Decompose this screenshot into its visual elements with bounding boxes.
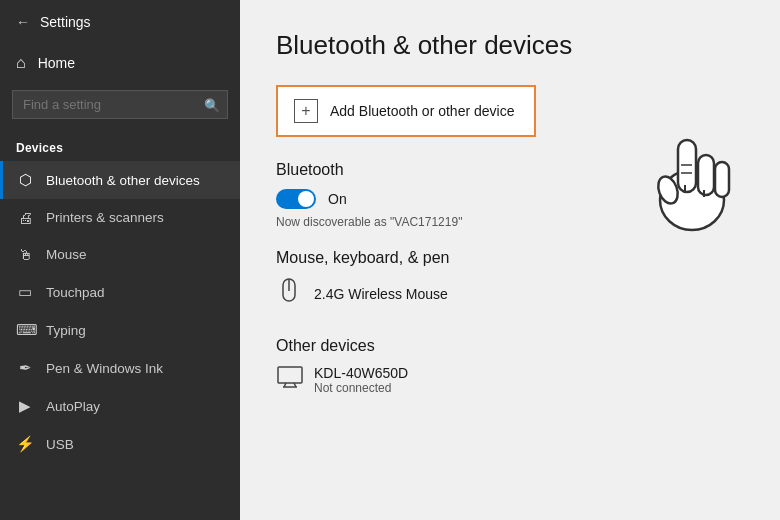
back-arrow-icon: ← <box>16 14 30 30</box>
sidebar-item-label: Bluetooth & other devices <box>46 173 200 188</box>
sidebar-item-label: Mouse <box>46 247 87 262</box>
mouse-device-info: 2.4G Wireless Mouse <box>314 286 448 302</box>
other-section-title: Other devices <box>276 337 744 355</box>
sidebar-item-label: Printers & scanners <box>46 210 164 225</box>
tv-device-icon <box>276 365 302 395</box>
sidebar-item-touchpad[interactable]: ▭ Touchpad <box>0 273 240 311</box>
usb-icon: ⚡ <box>16 435 34 453</box>
sidebar-item-label: Touchpad <box>46 285 105 300</box>
sidebar-item-pen[interactable]: ✒ Pen & Windows Ink <box>0 349 240 387</box>
main-content: Bluetooth & other devices + Add Bluetoot… <box>240 0 780 520</box>
sidebar-item-mouse[interactable]: 🖱 Mouse <box>0 236 240 273</box>
add-device-label: Add Bluetooth or other device <box>330 103 514 119</box>
mouse-section-title: Mouse, keyboard, & pen <box>276 249 744 267</box>
other-device-name: KDL-40W650D <box>314 365 408 381</box>
bluetooth-section-title: Bluetooth <box>276 161 744 179</box>
search-container: 🔍 <box>12 90 228 119</box>
home-icon: ⌂ <box>16 54 26 72</box>
pen-icon: ✒ <box>16 359 34 377</box>
toggle-on-label: On <box>328 191 347 207</box>
other-device-info: KDL-40W650D Not connected <box>314 365 408 395</box>
mouse-device-item: 2.4G Wireless Mouse <box>276 277 744 311</box>
home-label: Home <box>38 55 75 71</box>
mouse-icon: 🖱 <box>16 246 34 263</box>
sidebar-item-label: Pen & Windows Ink <box>46 361 163 376</box>
sidebar: ← Settings ⌂ Home 🔍 Devices ⬡ Bluetooth … <box>0 0 240 520</box>
back-button[interactable]: ← Settings <box>0 0 240 44</box>
mouse-device-name: 2.4G Wireless Mouse <box>314 286 448 302</box>
printer-icon: 🖨 <box>16 209 34 226</box>
typing-icon: ⌨ <box>16 321 34 339</box>
page-title: Bluetooth & other devices <box>276 30 744 61</box>
sidebar-item-label: AutoPlay <box>46 399 100 414</box>
mouse-device-icon <box>276 277 302 311</box>
bluetooth-toggle[interactable] <box>276 189 316 209</box>
sidebar-item-usb[interactable]: ⚡ USB <box>0 425 240 463</box>
bluetooth-toggle-row: On <box>276 189 744 209</box>
settings-label: Settings <box>40 14 91 30</box>
add-device-button[interactable]: + Add Bluetooth or other device <box>276 85 536 137</box>
autoplay-icon: ▶ <box>16 397 34 415</box>
sidebar-item-autoplay[interactable]: ▶ AutoPlay <box>0 387 240 425</box>
sidebar-item-label: USB <box>46 437 74 452</box>
discoverable-text: Now discoverable as "VAC171219" <box>276 215 744 229</box>
other-device-status: Not connected <box>314 381 408 395</box>
sidebar-item-bluetooth[interactable]: ⬡ Bluetooth & other devices <box>0 161 240 199</box>
section-heading: Devices <box>0 127 240 161</box>
search-input[interactable] <box>12 90 228 119</box>
home-button[interactable]: ⌂ Home <box>0 44 240 82</box>
search-icon: 🔍 <box>204 97 220 112</box>
svg-rect-2 <box>278 367 302 383</box>
touchpad-icon: ▭ <box>16 283 34 301</box>
sidebar-item-typing[interactable]: ⌨ Typing <box>0 311 240 349</box>
bluetooth-icon: ⬡ <box>16 171 34 189</box>
plus-icon: + <box>294 99 318 123</box>
sidebar-item-label: Typing <box>46 323 86 338</box>
other-device-item: KDL-40W650D Not connected <box>276 365 744 395</box>
sidebar-item-printers[interactable]: 🖨 Printers & scanners <box>0 199 240 236</box>
